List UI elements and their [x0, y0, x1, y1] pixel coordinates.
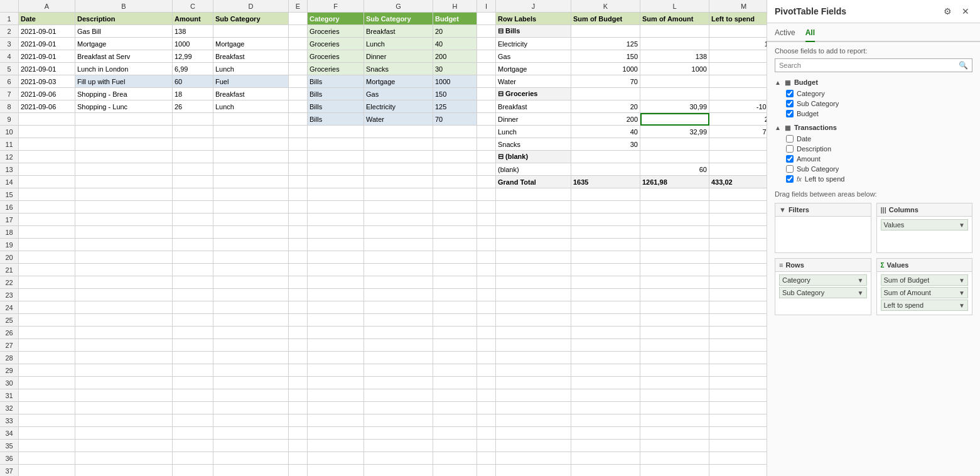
cell-K6[interactable]: 70 [571, 75, 640, 88]
cell-E29[interactable] [289, 364, 308, 377]
cell-I17[interactable] [477, 214, 496, 226]
cell-H1[interactable]: Budget [433, 13, 477, 25]
row-category-arrow[interactable]: ▼ [858, 277, 864, 284]
cell-L8[interactable]: 30,99 [640, 100, 709, 113]
cell-B11[interactable] [75, 138, 173, 151]
cell-F37[interactable] [308, 465, 364, 476]
cell-D22[interactable] [213, 276, 289, 289]
cell-E37[interactable] [289, 465, 308, 476]
cell-F5[interactable]: Groceries [308, 63, 364, 75]
cell-M8[interactable]: -10,99 [709, 100, 767, 113]
cell-L23[interactable] [640, 289, 709, 301]
cell-M28[interactable] [709, 352, 767, 364]
cell-J10[interactable]: Lunch [496, 126, 571, 138]
cell-D29[interactable] [213, 364, 289, 377]
cell-E9[interactable] [289, 113, 308, 126]
cell-D13[interactable] [213, 163, 289, 176]
cell-H25[interactable] [433, 314, 477, 327]
cell-I31[interactable] [477, 389, 496, 402]
cell-D17[interactable] [213, 214, 289, 226]
cell-C22[interactable] [173, 276, 213, 289]
cell-D35[interactable] [213, 440, 289, 452]
cell-G10[interactable] [364, 126, 433, 138]
cell-B20[interactable] [75, 251, 173, 264]
cell-L25[interactable] [640, 314, 709, 327]
cell-I18[interactable] [477, 226, 496, 239]
cell-B33[interactable] [75, 414, 173, 427]
cell-M5[interactable]: 0 [709, 63, 767, 75]
cell-M31[interactable] [709, 389, 767, 402]
cell-K28[interactable] [571, 352, 640, 364]
cell-D16[interactable] [213, 201, 289, 214]
cell-I15[interactable] [477, 188, 496, 201]
cell-G1[interactable]: Sub Category [364, 13, 433, 25]
cell-J6[interactable]: Water [496, 75, 571, 88]
cell-J30[interactable] [496, 377, 571, 389]
cell-F4[interactable]: Groceries [308, 50, 364, 63]
field-description-checkbox[interactable] [786, 145, 794, 153]
cell-L18[interactable] [640, 226, 709, 239]
cell-L14[interactable]: 1261,98 [640, 176, 709, 188]
cell-E28[interactable] [289, 352, 308, 364]
cell-C17[interactable] [173, 214, 213, 226]
cell-A26[interactable] [19, 327, 75, 339]
cell-B4[interactable]: Breakfast at Serv [75, 50, 173, 63]
cell-M16[interactable] [709, 201, 767, 214]
cell-E30[interactable] [289, 377, 308, 389]
cell-B17[interactable] [75, 214, 173, 226]
cell-F21[interactable] [308, 264, 364, 276]
cell-C28[interactable] [173, 352, 213, 364]
cell-G22[interactable] [364, 276, 433, 289]
cell-F12[interactable] [308, 151, 364, 163]
cell-F25[interactable] [308, 314, 364, 327]
cell-F30[interactable] [308, 377, 364, 389]
cell-M30[interactable] [709, 377, 767, 389]
cell-E31[interactable] [289, 389, 308, 402]
cell-G12[interactable] [364, 151, 433, 163]
cell-C4[interactable]: 12,99 [173, 50, 213, 63]
cell-H4[interactable]: 200 [433, 50, 477, 63]
cell-C10[interactable] [173, 126, 213, 138]
cell-H30[interactable] [433, 377, 477, 389]
cell-G20[interactable] [364, 251, 433, 264]
cell-A32[interactable] [19, 402, 75, 414]
cell-L36[interactable] [640, 452, 709, 465]
cell-D2[interactable] [213, 25, 289, 38]
cell-A23[interactable] [19, 289, 75, 301]
cell-I30[interactable] [477, 377, 496, 389]
cell-I21[interactable] [477, 264, 496, 276]
cell-J25[interactable] [496, 314, 571, 327]
cell-J3[interactable]: Electricity [496, 38, 571, 50]
cell-D5[interactable]: Lunch [213, 63, 289, 75]
cell-I10[interactable] [477, 126, 496, 138]
cell-K10[interactable]: 40 [571, 126, 640, 138]
cell-G21[interactable] [364, 264, 433, 276]
cell-J20[interactable] [496, 251, 571, 264]
cell-M15[interactable] [709, 188, 767, 201]
cell-M11[interactable]: 30 [709, 138, 767, 151]
cell-J4[interactable]: Gas [496, 50, 571, 63]
cell-M2[interactable] [709, 25, 767, 38]
cell-L17[interactable] [640, 214, 709, 226]
cell-J15[interactable] [496, 188, 571, 201]
cell-I32[interactable] [477, 402, 496, 414]
cell-A3[interactable]: 2021-09-01 [19, 38, 75, 50]
cell-I9[interactable] [477, 113, 496, 126]
cell-K18[interactable] [571, 226, 640, 239]
cell-L29[interactable] [640, 364, 709, 377]
cell-G3[interactable]: Lunch [364, 38, 433, 50]
cell-G15[interactable] [364, 188, 433, 201]
cell-B9[interactable] [75, 113, 173, 126]
cell-E17[interactable] [289, 214, 308, 226]
cell-D14[interactable] [213, 176, 289, 188]
cell-H35[interactable] [433, 440, 477, 452]
cell-K33[interactable] [571, 414, 640, 427]
cell-E23[interactable] [289, 289, 308, 301]
cell-C8[interactable]: 26 [173, 100, 213, 113]
cell-A28[interactable] [19, 352, 75, 364]
cell-F13[interactable] [308, 163, 364, 176]
cell-L5[interactable]: 1000 [640, 63, 709, 75]
value-sum-amount-arrow[interactable]: ▼ [959, 289, 965, 296]
settings-button[interactable]: ⚙ [940, 5, 955, 18]
cell-K31[interactable] [571, 389, 640, 402]
